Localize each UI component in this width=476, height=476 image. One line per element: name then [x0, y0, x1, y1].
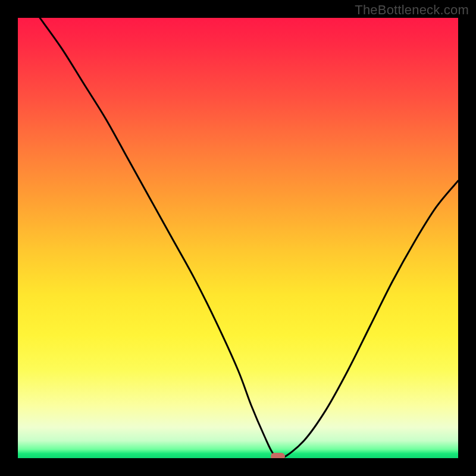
chart-frame: TheBottleneck.com: [0, 0, 476, 476]
plot-area: [18, 18, 458, 458]
minimum-marker: [271, 453, 285, 458]
watermark-label: TheBottleneck.com: [355, 2, 469, 18]
gradient-background: [18, 18, 458, 458]
